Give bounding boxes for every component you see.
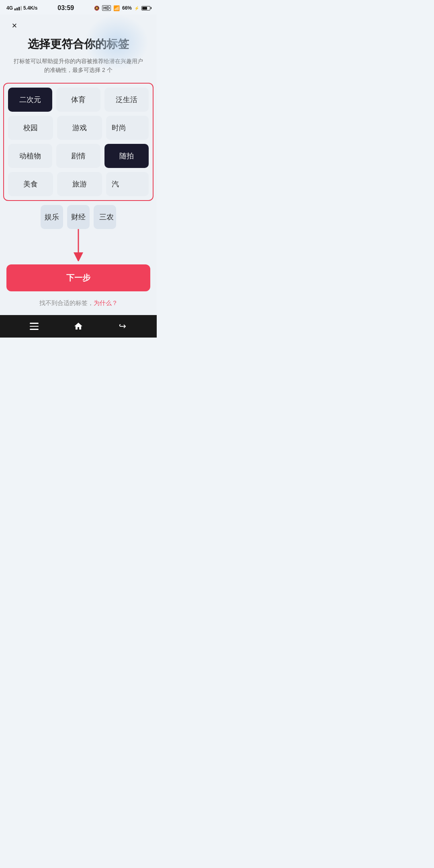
battery-icon: [141, 6, 150, 10]
tag-时尚[interactable]: 时尚: [112, 116, 126, 140]
tag-汽车[interactable]: 汽: [112, 172, 119, 196]
tag-时尚-partial: 时尚: [106, 116, 149, 140]
help-text-label: 找不到合适的标签，: [39, 299, 94, 306]
tags-row-2: 校园 游戏 时尚: [8, 116, 149, 140]
battery-fill: [142, 7, 147, 10]
tag-动植物[interactable]: 动植物: [8, 144, 52, 168]
tag-校园[interactable]: 校园: [8, 116, 53, 140]
page-title: 选择更符合你的标签: [28, 37, 129, 52]
arrow-svg: [54, 229, 102, 261]
tag-剧情[interactable]: 剧情: [56, 144, 100, 168]
tag-三农-partial: 三农: [94, 205, 116, 229]
next-step-button[interactable]: 下一步: [6, 264, 150, 291]
home-button[interactable]: [70, 317, 87, 335]
tags-border-box: 二次元 体育 泛生活 校园 游戏 时尚 动植物 剧情: [3, 83, 154, 201]
tags-row-1: 二次元 体育 泛生活: [8, 88, 149, 112]
main-content: × 选择更符合你的标签 打标签可以帮助提升你的内容被推荐给潜在兴趣用户的准确性，…: [0, 14, 157, 315]
tag-泛生活[interactable]: 泛生活: [104, 88, 149, 112]
status-right: 🔕 HD 📶 66% ⚡: [94, 5, 150, 11]
carrier-label: 4G: [6, 5, 13, 11]
bottom-nav: ↩: [0, 315, 157, 338]
tag-随拍[interactable]: 随拍: [104, 144, 149, 168]
signal-bars: [14, 6, 22, 10]
page-subtitle: 打标签可以帮助提升你的内容被推荐给潜在兴趣用户的准确性，最多可选择 2 个: [0, 57, 157, 75]
tag-体育[interactable]: 体育: [56, 88, 100, 112]
tag-三农[interactable]: 三农: [99, 205, 114, 229]
tag-娱乐[interactable]: 娱乐: [41, 205, 63, 229]
arrow-annotation: [0, 229, 157, 261]
back-button[interactable]: ↩: [114, 317, 131, 335]
tag-二次元[interactable]: 二次元: [8, 88, 52, 112]
hd-badge: HD: [102, 5, 111, 11]
tags-section: 二次元 体育 泛生活 校园 游戏 时尚 动植物 剧情: [0, 83, 157, 201]
status-bar: 4G 5.4K/s 03:59 🔕 HD 📶 66% ⚡: [0, 0, 157, 14]
tag-partial-right: 汽: [106, 172, 149, 196]
home-icon: [74, 321, 83, 331]
wifi-icon: 📶: [113, 5, 120, 11]
close-button[interactable]: ×: [7, 18, 22, 33]
charge-icon: ⚡: [134, 6, 139, 10]
data-speed: 5.4K/s: [23, 5, 37, 11]
menu-button[interactable]: [25, 317, 43, 335]
tag-游戏[interactable]: 游戏: [57, 116, 102, 140]
tag-旅游[interactable]: 旅游: [57, 172, 102, 196]
tags-row-4: 美食 旅游 汽: [8, 172, 149, 196]
tag-美食[interactable]: 美食: [8, 172, 53, 196]
battery-pct: 66%: [122, 5, 132, 11]
help-text: 找不到合适的标签，为什么？: [39, 299, 118, 307]
page-body: 选择更符合你的标签 打标签可以帮助提升你的内容被推荐给潜在兴趣用户的准确性，最多…: [0, 14, 157, 315]
tags-extra: 娱乐 财经 三农: [37, 201, 119, 229]
time-display: 03:59: [57, 4, 74, 12]
hamburger-icon: [30, 323, 39, 330]
help-link[interactable]: 为什么？: [94, 299, 118, 306]
back-arrow-icon: ↩: [119, 321, 126, 332]
status-left: 4G 5.4K/s: [6, 5, 37, 11]
hd-label: 🔕: [94, 6, 100, 11]
tags-row-3: 动植物 剧情 随拍: [8, 144, 149, 168]
tag-财经[interactable]: 财经: [67, 205, 90, 229]
